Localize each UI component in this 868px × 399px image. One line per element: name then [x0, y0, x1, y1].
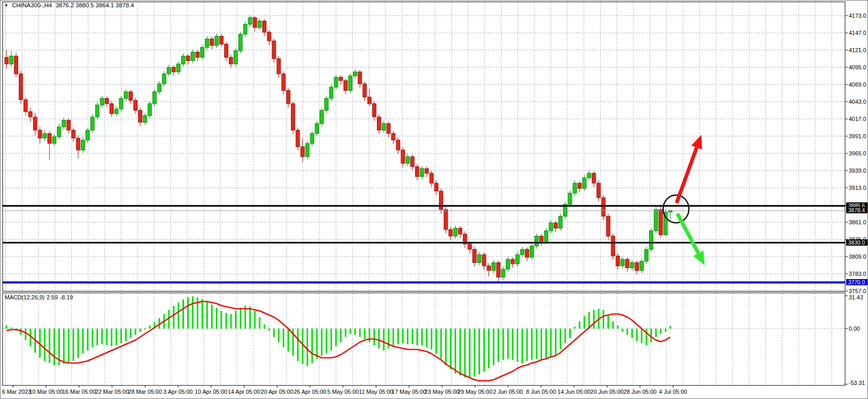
macd-bar	[221, 311, 222, 329]
macd-bar	[627, 329, 628, 335]
candle-body	[124, 92, 128, 99]
macd-bar	[345, 329, 346, 337]
candle-body	[349, 76, 352, 91]
macd-bar	[435, 329, 437, 354]
price-axis-label: 4121.0	[849, 47, 866, 53]
macd-bar	[297, 329, 299, 361]
macd-bar	[240, 308, 241, 329]
candle-body	[47, 134, 51, 143]
candle-body	[215, 36, 218, 45]
chart-canvas[interactable]	[1, 1, 868, 399]
macd-bar	[641, 329, 642, 343]
macd-bar	[307, 329, 308, 366]
candle-body	[195, 52, 199, 57]
macd-bar	[603, 310, 604, 329]
macd-bar	[493, 329, 494, 365]
macd-bar	[283, 329, 284, 347]
price-line-tag: 3830.0	[846, 239, 867, 246]
bullish-scenario-arrow-head	[691, 135, 702, 149]
time-axis-label: 28 Mar 05:00	[128, 389, 162, 395]
macd-bar	[354, 329, 356, 335]
macd-bar	[268, 329, 270, 331]
candle-body	[520, 249, 524, 255]
candle-body	[406, 156, 409, 163]
macd-bar	[278, 329, 279, 342]
macd-bar	[116, 329, 117, 345]
candle-body	[33, 117, 37, 130]
time-axis-label: 14 Jun 05:00	[557, 389, 591, 395]
time-axis-label: 22 Mar 05:00	[95, 389, 129, 395]
candle-body	[430, 173, 433, 183]
macd-bar	[669, 326, 671, 329]
candle-body	[392, 134, 395, 140]
macd-bar	[44, 329, 45, 361]
macd-bar	[139, 329, 141, 332]
macd-bar	[350, 329, 351, 334]
panel-borders	[3, 2, 845, 386]
candle-body	[578, 183, 581, 188]
bearish-scenario-arrow[interactable]	[677, 214, 698, 253]
price-axis-label: 4147.0	[849, 30, 866, 36]
macd-bar	[264, 324, 265, 329]
macd-bar	[230, 314, 232, 329]
macd-bar	[583, 316, 585, 329]
candle-body	[248, 18, 252, 25]
candle-body	[439, 191, 443, 210]
macd-bar	[412, 329, 413, 344]
macd-bar	[579, 321, 580, 329]
macd-bar	[87, 329, 89, 350]
candle-body	[506, 259, 510, 269]
candle-body	[334, 77, 338, 87]
candle-body	[105, 99, 108, 104]
price-axis-label: 3783.0	[849, 271, 866, 277]
candle-body	[473, 249, 476, 262]
macd-bar	[287, 329, 289, 352]
macd-bar	[96, 329, 98, 345]
macd-bar	[106, 329, 107, 345]
macd-bar	[441, 329, 442, 359]
macd-bar	[607, 315, 609, 329]
candle-body	[91, 117, 94, 130]
candle-body	[621, 259, 625, 266]
candle-body	[339, 77, 343, 80]
time-axis-label: 26 Apr 05:00	[294, 389, 326, 395]
macd-bar	[135, 329, 136, 335]
macd-bar	[321, 329, 323, 356]
candle-body	[29, 112, 32, 117]
candle-body	[129, 92, 132, 101]
grid-lines	[3, 3, 845, 385]
candle-body	[415, 166, 419, 176]
macd-bar	[206, 301, 208, 329]
bullish-scenario-arrow[interactable]	[677, 148, 697, 203]
candle-body	[358, 72, 362, 84]
axis-ticks	[13, 16, 848, 388]
horizontal-line-objects[interactable]	[3, 206, 845, 283]
time-axis-label: 10 Mar 05:00	[29, 389, 63, 395]
macd-bar	[526, 329, 528, 361]
symbol-dropdown-icon[interactable]: ▼	[4, 4, 8, 8]
macd-bar	[388, 329, 389, 348]
candle-body	[286, 90, 290, 103]
candle-body	[62, 120, 66, 127]
macd-bar	[645, 329, 647, 345]
macd-bar	[469, 329, 471, 378]
symbol-timeframe-label: CHINA300-,H4	[12, 2, 52, 9]
candle-body	[205, 39, 209, 47]
annotations[interactable]	[663, 135, 705, 265]
candle-body	[411, 156, 414, 166]
candle-body	[588, 173, 591, 178]
macd-bar	[364, 329, 365, 339]
macd-bar	[82, 329, 84, 354]
macd-bar	[521, 329, 523, 363]
macd-bar	[63, 329, 65, 364]
macd-bar	[182, 299, 184, 329]
candle-body	[143, 116, 147, 123]
macd-bar	[622, 329, 624, 332]
candle-body	[444, 210, 448, 229]
macd-bar	[450, 329, 451, 369]
candle-body	[401, 150, 405, 163]
candle-body	[38, 130, 42, 138]
time-axis-label: 23 May 05:00	[425, 389, 460, 395]
candle-body	[458, 228, 462, 234]
macd-bar	[531, 329, 533, 360]
